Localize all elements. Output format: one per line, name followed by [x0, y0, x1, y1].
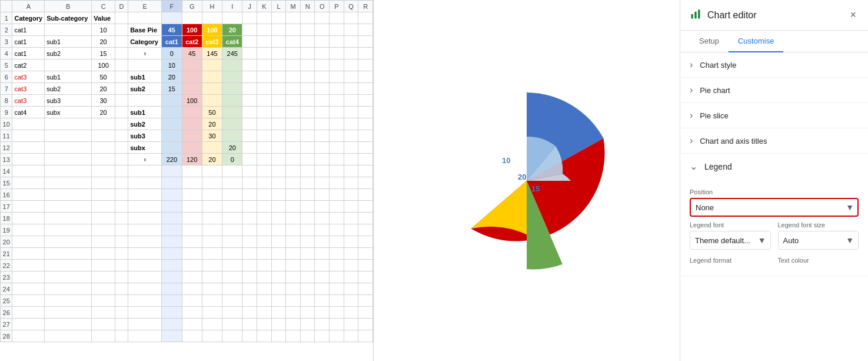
table-row: 26	[1, 307, 373, 319]
svg-rect-1	[694, 12, 696, 19]
table-row: 25	[1, 295, 373, 307]
col-header-g[interactable]: G	[182, 1, 202, 12]
table-row: 5 cat2 100 10	[1, 59, 373, 71]
format-col: Legend format	[690, 250, 771, 266]
pie-chart: 10 20 15	[433, 87, 621, 275]
font-select[interactable]: Theme default...	[690, 231, 771, 250]
table-row: 20	[1, 236, 373, 248]
col-header-j[interactable]: J	[242, 1, 257, 12]
table-row: 9 cat4 subx 20 sub1 50	[1, 107, 373, 118]
format-label: Legend format	[690, 257, 771, 264]
table-row: 24	[1, 283, 373, 295]
pie-label-20: 20	[518, 173, 526, 181]
table-row: 8 cat3 sub3 30 100	[1, 95, 373, 107]
pie-label-10: 10	[502, 156, 510, 165]
table-row: 15	[1, 177, 373, 189]
chevron-right-icon: ›	[690, 59, 693, 70]
table-row: 6 cat3 sub1 50 sub1 20	[1, 71, 373, 83]
text-colour-label: Text colour	[778, 257, 859, 264]
svg-rect-0	[691, 14, 693, 19]
table-row: 14	[1, 165, 373, 177]
table-row: 12 subx 20	[1, 142, 373, 154]
table-row: 3 cat1 sub1 20 Category cat1 cat2 cat3 c…	[1, 36, 373, 48]
legend-header[interactable]: ⌄ Legend	[680, 154, 868, 179]
col-header-i[interactable]: I	[222, 1, 242, 12]
chevron-right-icon-4: ›	[690, 135, 693, 146]
section-pie-slice[interactable]: › Pie slice	[680, 103, 868, 128]
pie-slice-label: Pie slice	[700, 111, 728, 120]
editor-body: › Chart style › Pie chart › Pie slice › …	[680, 52, 868, 361]
table-row: 27	[1, 319, 373, 330]
col-header-h[interactable]: H	[202, 1, 222, 12]
font-size-label: Legend font size	[778, 221, 859, 228]
chart-editor-panel: Chart editor × Setup Customise › Chart s…	[680, 0, 868, 361]
col-header-a[interactable]: A	[12, 1, 45, 12]
font-row: Legend font Theme default... ▼ Legend fo…	[690, 217, 859, 250]
font-col: Legend font Theme default... ▼	[690, 217, 771, 250]
chart-axis-titles-label: Chart and axis titles	[700, 137, 767, 145]
chevron-down-icon: ⌄	[690, 161, 697, 172]
text-colour-col: Text colour	[778, 250, 859, 266]
pie-chart-label: Pie chart	[700, 86, 730, 95]
editor-header: Chart editor ×	[680, 0, 868, 31]
col-header-c[interactable]: C	[92, 1, 115, 12]
section-pie-chart[interactable]: › Pie chart	[680, 78, 868, 103]
section-chart-style[interactable]: › Chart style	[680, 52, 868, 78]
editor-tabs: Setup Customise	[680, 31, 868, 52]
col-header-r[interactable]: R	[358, 1, 373, 12]
font-size-col: Legend font size Auto 8 9 10 11 12 14	[778, 217, 859, 250]
table-row: 2 cat1 10 Base Pie 45 100 100 20	[1, 24, 373, 36]
pie-label-15: 15	[531, 184, 540, 193]
legend-label: Legend	[704, 162, 732, 171]
table-row: 23	[1, 271, 373, 283]
close-button[interactable]: ×	[847, 9, 859, 21]
position-label: Position	[690, 188, 859, 196]
spreadsheet: A B C D E F G H I J K L M N O P Q R	[0, 0, 374, 361]
legend-content: Position None Top Bottom Left Right Insi…	[680, 179, 868, 276]
tab-customise[interactable]: Customise	[729, 31, 783, 52]
table-row: 28	[1, 330, 373, 342]
col-header-o[interactable]: O	[315, 1, 330, 12]
table-row: 4 cat1 sub2 15 ♀ 0 45 145 245	[1, 48, 373, 59]
section-chart-axis-titles[interactable]: › Chart and axis titles	[680, 128, 868, 154]
table-row: 19	[1, 224, 373, 236]
col-header-rn	[1, 1, 12, 12]
table-row: 16	[1, 189, 373, 201]
table-row: 7 cat3 sub2 20 sub2 15	[1, 83, 373, 95]
table-row: 17	[1, 201, 373, 213]
svg-rect-2	[698, 10, 700, 19]
table-row: 13 ♀ 220 120 20 0	[1, 154, 373, 165]
col-header-f[interactable]: F	[162, 1, 182, 12]
col-header-e[interactable]: E	[128, 1, 162, 12]
position-select[interactable]: None Top Bottom Left Right Inside	[690, 198, 859, 217]
position-select-wrapper: None Top Bottom Left Right Inside ▼	[690, 198, 859, 217]
format-row: Legend format Text colour	[690, 250, 859, 266]
table-row: 21	[1, 248, 373, 260]
col-header-d[interactable]: D	[115, 1, 128, 12]
chevron-right-icon-2: ›	[690, 85, 693, 95]
chart-style-label: Chart style	[700, 61, 736, 69]
table-row: 10 sub2 20	[1, 118, 373, 130]
col-header-n[interactable]: N	[300, 1, 315, 12]
editor-title: Chart editor	[707, 10, 847, 21]
chevron-right-icon-3: ›	[690, 110, 693, 121]
table-row: 18	[1, 213, 373, 224]
chart-area: 10 20 15	[374, 0, 680, 361]
chart-icon	[690, 8, 701, 22]
font-size-select[interactable]: Auto 8 9 10 11 12 14	[778, 231, 859, 250]
tab-setup[interactable]: Setup	[690, 31, 729, 52]
font-size-select-wrapper: Auto 8 9 10 11 12 14 ▼	[778, 231, 859, 250]
table-row: 11 sub3 30	[1, 130, 373, 142]
section-legend: ⌄ Legend Position None Top Bottom Left R…	[680, 154, 868, 276]
font-label: Legend font	[690, 221, 771, 228]
col-header-b[interactable]: B	[45, 1, 92, 12]
col-header-m[interactable]: M	[286, 1, 301, 12]
col-header-k[interactable]: K	[257, 1, 272, 12]
col-header-l[interactable]: L	[271, 1, 286, 12]
table-row: 1 Category Sub-category Value	[1, 12, 373, 24]
table-row: 22	[1, 260, 373, 271]
col-header-p[interactable]: P	[330, 1, 344, 12]
col-header-q[interactable]: Q	[344, 1, 358, 12]
font-select-wrapper: Theme default... ▼	[690, 231, 771, 250]
